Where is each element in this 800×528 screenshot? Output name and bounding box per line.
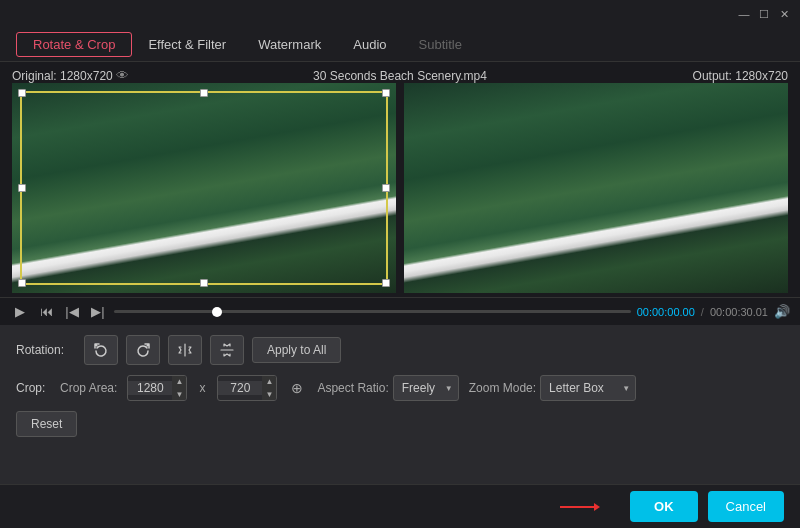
aspect-ratio-group: Aspect Ratio: Freely 16:9 4:3 1:1 9:16 ▼ [317, 375, 458, 401]
original-label: Original: 1280x720 [12, 69, 113, 83]
play-button[interactable]: ▶ [10, 302, 30, 322]
width-down-spinner[interactable]: ▼ [172, 388, 186, 401]
reset-button[interactable]: Reset [16, 411, 77, 437]
zoom-mode-select[interactable]: Letter Box Pan & Scan Full [540, 375, 636, 401]
flip-vertical-button[interactable] [210, 335, 244, 365]
ok-button[interactable]: OK [630, 491, 698, 522]
zoom-mode-group: Zoom Mode: Letter Box Pan & Scan Full ▼ [469, 375, 636, 401]
tab-watermark[interactable]: Watermark [242, 33, 337, 56]
svg-marker-1 [594, 503, 600, 511]
title-bar: — ☐ ✕ [0, 0, 800, 28]
controls-area: Rotation: Apply to All Crop: [0, 325, 800, 445]
aspect-ratio-label: Aspect Ratio: [317, 381, 388, 395]
timeline-bar: ▶ ⏮ |◀ ▶| 00:00:00.00 / 00:00:30.01 🔊 [0, 297, 800, 325]
previews-container [12, 83, 788, 293]
arrow-indicator [16, 499, 620, 515]
output-preview[interactable] [404, 83, 788, 293]
filename-label: 30 Seconds Beach Scenery.mp4 [313, 69, 487, 83]
prev-frame-button[interactable]: ⏮ [36, 302, 56, 322]
current-time: 00:00:00.00 [637, 306, 695, 318]
output-label: Output: 1280x720 [693, 69, 788, 83]
preview-area: Original: 1280x720 👁 30 Seconds Beach Sc… [0, 62, 800, 297]
dimension-separator: x [199, 381, 205, 395]
preview-title-row: Original: 1280x720 👁 30 Seconds Beach Sc… [12, 68, 788, 83]
total-time: 00:00:30.01 [710, 306, 768, 318]
next-button[interactable]: ▶| [88, 302, 108, 322]
rotate-right-button[interactable] [126, 335, 160, 365]
tab-effect-filter[interactable]: Effect & Filter [132, 33, 242, 56]
flip-horizontal-button[interactable] [168, 335, 202, 365]
center-icon[interactable]: ⊕ [291, 380, 303, 396]
tab-audio[interactable]: Audio [337, 33, 402, 56]
crop-width-field[interactable]: 1280 [128, 381, 172, 395]
zoom-mode-label: Zoom Mode: [469, 381, 536, 395]
tabs-row: Rotate & Crop Effect & Filter Watermark … [0, 28, 800, 62]
crop-row: Crop: Crop Area: 1280 ▲ ▼ x 720 ▲ ▼ ⊕ As… [16, 375, 784, 401]
width-up-spinner[interactable]: ▲ [172, 375, 186, 388]
aspect-ratio-select[interactable]: Freely 16:9 4:3 1:1 9:16 [393, 375, 459, 401]
crop-width-input[interactable]: 1280 ▲ ▼ [127, 375, 187, 401]
original-preview[interactable] [12, 83, 396, 293]
height-up-spinner[interactable]: ▲ [262, 375, 276, 388]
arrow-icon [560, 499, 600, 515]
crop-label: Crop: [16, 381, 50, 395]
volume-icon[interactable]: 🔊 [774, 304, 790, 319]
timeline-knob[interactable] [212, 307, 222, 317]
width-spinners: ▲ ▼ [172, 375, 186, 401]
cancel-button[interactable]: Cancel [708, 491, 784, 522]
crop-area-label: Crop Area: [60, 381, 117, 395]
eye-icon[interactable]: 👁 [116, 68, 129, 83]
rotation-label: Rotation: [16, 343, 76, 357]
height-down-spinner[interactable]: ▼ [262, 388, 276, 401]
height-spinners: ▲ ▼ [262, 375, 276, 401]
tab-rotate-crop[interactable]: Rotate & Crop [16, 32, 132, 57]
close-button[interactable]: ✕ [776, 6, 792, 22]
original-video-frame [12, 83, 396, 293]
bottom-bar: OK Cancel [0, 484, 800, 528]
minimize-button[interactable]: — [736, 6, 752, 22]
rotation-row: Rotation: Apply to All [16, 335, 784, 365]
timeline-progress[interactable] [114, 310, 631, 313]
time-separator: / [701, 306, 704, 318]
tab-subtitle: Subtitle [403, 33, 478, 56]
apply-all-button[interactable]: Apply to All [252, 337, 341, 363]
maximize-button[interactable]: ☐ [756, 6, 772, 22]
output-video-frame [404, 83, 788, 293]
prev-button[interactable]: |◀ [62, 302, 82, 322]
aspect-ratio-select-wrapper[interactable]: Freely 16:9 4:3 1:1 9:16 ▼ [393, 375, 459, 401]
crop-height-input[interactable]: 720 ▲ ▼ [217, 375, 277, 401]
crop-height-field[interactable]: 720 [218, 381, 262, 395]
zoom-mode-select-wrapper[interactable]: Letter Box Pan & Scan Full ▼ [540, 375, 636, 401]
rotate-left-button[interactable] [84, 335, 118, 365]
